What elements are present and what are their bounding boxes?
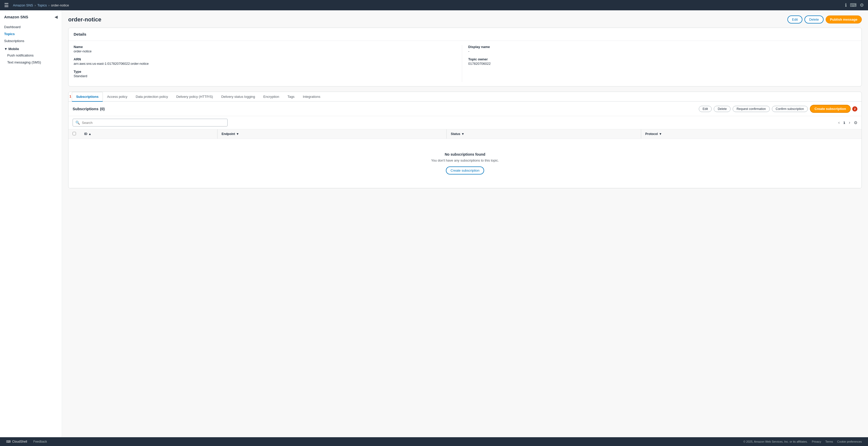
detail-display-name: Display name - [468, 45, 857, 53]
sidebar-collapse-icon[interactable]: ◀ [55, 14, 58, 20]
subs-edit-button[interactable]: Edit [699, 106, 712, 112]
tab-integrations[interactable]: Integrations [299, 92, 324, 102]
detail-display-name-label: Display name [468, 45, 857, 49]
subscriptions-title: Subscriptions [72, 107, 98, 111]
col-protocol-sort[interactable]: Protocol ▼ [645, 132, 858, 136]
breadcrumb-topics[interactable]: Topics [37, 3, 47, 7]
content-header: order-notice Edit Delete Publish message [68, 15, 862, 24]
footer-right: © 2025, Amazon Web Services, Inc. or its… [743, 440, 862, 443]
sidebar-item-push-notifications[interactable]: Push notifications [0, 52, 62, 59]
sidebar: Amazon SNS ◀ Dashboard Topics Subscripti… [0, 10, 62, 437]
tab-access-policy[interactable]: Access policy [103, 92, 131, 102]
search-input[interactable] [82, 121, 225, 125]
next-page-button[interactable]: › [847, 120, 852, 126]
detail-name: Name order-notice [74, 45, 462, 53]
search-pagination-row: 🔍 ‹ 1 › ⚙ [68, 116, 862, 129]
detail-topic-owner-value: 017820706022 [468, 62, 857, 66]
content-area: order-notice Edit Delete Publish message… [62, 10, 868, 437]
col-protocol-label: Protocol [645, 132, 658, 136]
create-subscription-badge: 2 [852, 106, 858, 111]
sidebar-item-topics[interactable]: Topics [0, 30, 62, 37]
col-status-sort[interactable]: Status ▼ [451, 132, 637, 136]
detail-arn-label: ARN [74, 57, 462, 61]
col-id-sort-icon: ▲ [88, 132, 91, 136]
tab-delivery-status[interactable]: Delivery status logging [217, 92, 259, 102]
tab-encryption[interactable]: Encryption [259, 92, 283, 102]
detail-name-value: order-notice [74, 49, 462, 53]
detail-display-name-value: - [468, 49, 857, 53]
footer-privacy[interactable]: Privacy [812, 440, 821, 443]
subscriptions-header: Subscriptions (0) Edit Delete Request co… [68, 102, 862, 116]
tab-data-protection[interactable]: Data protection policy [131, 92, 172, 102]
search-icon: 🔍 [75, 121, 80, 125]
main-layout: Amazon SNS ◀ Dashboard Topics Subscripti… [0, 10, 868, 437]
tab-tags[interactable]: Tags [283, 92, 299, 102]
breadcrumb-sns[interactable]: Amazon SNS [13, 3, 33, 7]
publish-message-button[interactable]: Publish message [826, 15, 862, 24]
col-endpoint-sort[interactable]: Endpoint ▼ [222, 132, 442, 136]
empty-title: No subscriptions found [78, 152, 852, 157]
tab-subscriptions[interactable]: Subscriptions [72, 92, 103, 102]
sidebar-header: Amazon SNS ◀ [0, 14, 62, 24]
cloudshell-label: CloudShell [12, 440, 27, 443]
sidebar-title: Amazon SNS [4, 15, 28, 19]
cloudshell-icon: ⌨ [6, 440, 10, 443]
info-icon[interactable]: ℹ [845, 2, 847, 8]
col-endpoint: Endpoint ▼ [217, 129, 446, 139]
col-id-sort[interactable]: ID ▲ [84, 132, 213, 136]
details-col-1: Name order-notice ARN arn:aws:sns:us-eas… [74, 45, 462, 82]
subscriptions-table-container: ID ▲ Endpoint ▼ [68, 129, 862, 188]
detail-topic-owner: Topic owner 017820706022 [468, 57, 857, 66]
col-endpoint-sort-icon: ▼ [236, 132, 239, 136]
delete-button[interactable]: Delete [804, 15, 824, 24]
detail-type-value: Standard [74, 74, 462, 78]
sidebar-item-sms[interactable]: Text messaging (SMS) [0, 59, 62, 66]
confirm-subscription-button[interactable]: Confirm subscription [772, 106, 808, 112]
col-protocol-sort-icon: ▼ [659, 132, 662, 136]
footer-copyright: © 2025, Amazon Web Services, Inc. or its… [743, 440, 808, 443]
create-subscription-button[interactable]: Create subscription [810, 105, 851, 113]
subscriptions-content: Subscriptions (0) Edit Delete Request co… [68, 102, 862, 188]
sidebar-item-dashboard[interactable]: Dashboard [0, 24, 62, 30]
col-endpoint-label: Endpoint [222, 132, 235, 136]
terminal-icon[interactable]: ⌨ [850, 2, 857, 8]
settings-icon[interactable]: ⚙ [860, 2, 864, 8]
prev-page-button[interactable]: ‹ [837, 120, 841, 126]
breadcrumb-sep-2: › [48, 3, 49, 7]
sidebar-section-mobile[interactable]: ▼ Mobile [0, 44, 62, 52]
pagination: ‹ 1 › ⚙ [837, 120, 858, 126]
page-title: order-notice [68, 16, 101, 23]
col-id-label: ID [84, 132, 87, 136]
col-status-label: Status [451, 132, 460, 136]
col-id: ID ▲ [80, 129, 217, 139]
hamburger-icon[interactable]: ☰ [4, 2, 9, 8]
detail-type: Type Standard [74, 70, 462, 78]
footer: ⌨ CloudShell Feedback © 2025, Amazon Web… [0, 437, 868, 446]
request-confirmation-button[interactable]: Request confirmation [733, 106, 770, 112]
details-cols: Name order-notice ARN arn:aws:sns:us-eas… [68, 41, 862, 86]
create-subscription-empty-button[interactable]: Create subscription [446, 167, 484, 174]
col-status-sort-icon: ▼ [461, 132, 464, 136]
tab-badge-1: 1 [69, 95, 71, 98]
breadcrumb: Amazon SNS › Topics › order-notice [13, 3, 69, 7]
subs-delete-button[interactable]: Delete [714, 106, 731, 112]
details-col-2: Display name - Topic owner 017820706022 [462, 45, 857, 82]
tabs-bar: 1 Subscriptions Access policy Data prote… [68, 92, 862, 102]
breadcrumb-sep-1: › [35, 3, 36, 7]
footer-terms[interactable]: Terms [826, 440, 833, 443]
sidebar-item-subscriptions[interactable]: Subscriptions [0, 37, 62, 44]
tab-delivery-policy[interactable]: Delivery policy (HTTP/S) [172, 92, 217, 102]
detail-type-label: Type [74, 70, 462, 74]
subscriptions-table: ID ▲ Endpoint ▼ [68, 129, 862, 188]
header-actions: Edit Delete Publish message [787, 15, 862, 24]
tabs-section: 1 Subscriptions Access policy Data prote… [68, 92, 862, 188]
table-settings-icon[interactable]: ⚙ [854, 120, 858, 125]
empty-state-row: No subscriptions found You don't have an… [68, 139, 862, 188]
select-all-checkbox[interactable] [72, 132, 76, 135]
feedback-button[interactable]: Feedback [33, 440, 47, 443]
edit-button[interactable]: Edit [787, 15, 802, 24]
footer-cookies[interactable]: Cookie preferences [837, 440, 862, 443]
cloudshell-button[interactable]: ⌨ CloudShell [6, 440, 27, 443]
col-protocol: Protocol ▼ [641, 129, 862, 139]
footer-left: ⌨ CloudShell Feedback [6, 440, 47, 443]
